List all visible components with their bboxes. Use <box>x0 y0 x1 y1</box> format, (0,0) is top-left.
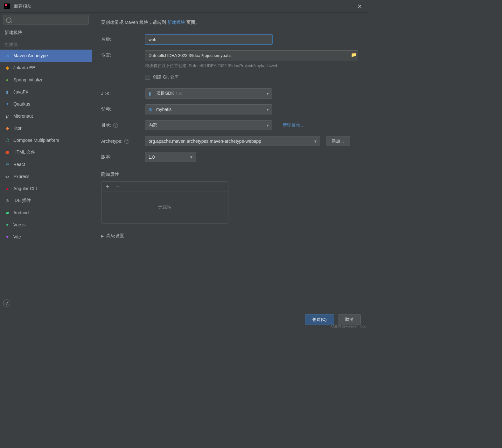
manage-catalogs-link[interactable]: 管理目录… <box>282 122 305 128</box>
content-panel: 要创建常规 Maven 模块，请转到 新建模块 页面。 名称: 位置: 📁 模块… <box>92 13 368 310</box>
jdk-select[interactable]: ▮ 项目SDK 1.8 ▾ <box>145 88 272 99</box>
quarkus-icon: ✦ <box>4 101 10 107</box>
sidebar-item-label: Quarkus <box>13 101 30 107</box>
svg-rect-1 <box>5 4 7 6</box>
sidebar-item-label: Spring Initializr <box>13 77 43 82</box>
sidebar-item-vite[interactable]: ▼ Vite <box>0 231 92 243</box>
app-icon <box>4 3 10 10</box>
spring-icon: ● <box>4 77 10 83</box>
html-icon: ⬣ <box>4 149 10 155</box>
android-icon: ▰ <box>4 210 10 216</box>
additional-props-panel: ＋ － 无属性 <box>101 181 228 224</box>
watermark: CSDN @Forever_food <box>331 324 366 328</box>
sidebar-item-label: Compose Multiplatform <box>13 138 59 143</box>
javafx-icon: ▮ <box>4 89 10 95</box>
sidebar-item-android[interactable]: ▰ Android <box>0 207 92 219</box>
no-attributes-label: 无属性 <box>101 191 228 223</box>
sidebar-item-react[interactable]: ⚛ React <box>0 158 92 170</box>
name-label: 名称: <box>101 37 139 42</box>
svg-rect-2 <box>5 8 7 8</box>
jdk-label: JDK: <box>101 91 139 96</box>
sidebar-item-micronaut[interactable]: μ Micronaut <box>0 110 92 122</box>
location-hint: 模块将在以下位置创建: D:\IntelliJ IDEA 2022.3\Idea… <box>145 63 359 69</box>
m-icon: m <box>149 107 154 112</box>
compose-icon: ⬡ <box>4 137 10 143</box>
version-select[interactable]: 1.0 ▾ <box>145 152 196 162</box>
chevron-down-icon: ▾ <box>267 107 269 112</box>
name-input[interactable] <box>145 34 272 45</box>
sidebar-item-vuejs[interactable]: ▼ Vue.js <box>0 219 92 231</box>
vite-icon: ▼ <box>4 234 10 240</box>
sidebar: 新建模块 生成器 m Maven Archetype ◆ Jakarta EE … <box>0 13 92 310</box>
dialog-footer: 创建(C) 取消 <box>0 310 368 329</box>
sidebar-item-label: Express <box>13 174 30 179</box>
plugin-icon: ⎚ <box>4 198 10 203</box>
sidebar-item-compose-multiplatform[interactable]: ⬡ Compose Multiplatform <box>0 134 92 146</box>
chevron-down-icon: ▾ <box>190 155 192 160</box>
search-input[interactable] <box>3 15 89 25</box>
location-label: 位置: <box>101 52 139 58</box>
sidebar-item-angular-cli[interactable]: ▲ Angular CLI <box>0 183 92 195</box>
remove-property-button[interactable]: － <box>115 183 121 189</box>
help-button[interactable]: ? <box>3 300 10 307</box>
parent-select[interactable]: m mybatis ▾ <box>145 104 272 114</box>
location-input[interactable] <box>145 50 358 60</box>
sidebar-item-label: Maven Archetype <box>13 53 48 58</box>
sidebar-item-express[interactable]: ex Express <box>0 170 92 183</box>
m-icon: m <box>4 53 10 59</box>
sidebar-item-maven-archetype[interactable]: m Maven Archetype <box>0 50 92 62</box>
sidebar-item-label: Ktor <box>13 126 22 131</box>
sidebar-item-html[interactable]: ⬣ HTML 文件 <box>0 146 92 158</box>
additional-props-label: 附加属性 <box>101 172 359 177</box>
sidebar-item-label: Android <box>13 210 29 215</box>
add-archetype-button[interactable]: 添加… <box>326 136 350 146</box>
micronaut-icon: μ <box>4 113 10 119</box>
create-button[interactable]: 创建(C) <box>305 314 334 325</box>
vue-icon: ▼ <box>4 222 10 228</box>
cancel-button[interactable]: 取消 <box>338 314 361 325</box>
sidebar-item-ide-plugin[interactable]: ⎚ IDE 插件 <box>0 195 92 207</box>
git-checkbox[interactable] <box>145 75 150 80</box>
title-bar: 新建模块 ✕ <box>0 0 368 13</box>
close-icon[interactable]: ✕ <box>355 2 365 11</box>
chevron-down-icon: ▾ <box>267 91 269 96</box>
window-title: 新建模块 <box>14 3 355 9</box>
sidebar-item-javafx[interactable]: ▮ JavaFX <box>0 86 92 98</box>
sidebar-item-label: Angular CLI <box>13 186 37 191</box>
react-icon: ⚛ <box>4 162 10 167</box>
git-label: 创建 Git 仓库 <box>153 74 179 80</box>
help-icon[interactable]: ? <box>113 123 118 128</box>
new-module-link[interactable]: 新建模块 <box>167 20 185 25</box>
ktor-icon: ◆ <box>4 125 10 131</box>
sidebar-item-spring-initializr[interactable]: ● Spring Initializr <box>0 74 92 86</box>
browse-folder-icon[interactable]: 📁 <box>351 52 356 57</box>
archetype-label: Archetype: ? <box>101 139 139 144</box>
catalog-label: 目录: ? <box>101 122 139 128</box>
sidebar-item-label: Micronaut <box>13 114 33 119</box>
sidebar-section-generators: 生成器 <box>0 39 92 50</box>
chevron-down-icon: ▾ <box>314 139 317 144</box>
chevron-down-icon: ▾ <box>267 123 269 128</box>
sidebar-item-label: IDE 插件 <box>13 198 31 203</box>
intro-text: 要创建常规 Maven 模块，请转到 新建模块 页面。 <box>101 20 359 25</box>
folder-icon: ▮ <box>149 91 154 96</box>
sidebar-item-ktor[interactable]: ◆ Ktor <box>0 122 92 134</box>
version-label: 版本: <box>101 154 139 160</box>
sidebar-item-label: Jakarta EE <box>13 65 35 70</box>
parent-label: 父项: <box>101 107 139 112</box>
sidebar-item-quarkus[interactable]: ✦ Quarkus <box>0 98 92 110</box>
help-icon[interactable]: ? <box>124 139 129 144</box>
sidebar-item-label: HTML 文件 <box>13 149 35 155</box>
jakarta-icon: ◆ <box>4 65 10 71</box>
add-property-button[interactable]: ＋ <box>105 183 110 189</box>
sidebar-item-label: Vue.js <box>13 222 25 227</box>
sidebar-section-new-module[interactable]: 新建模块 <box>0 27 92 39</box>
sidebar-section-label: 新建模块 <box>4 30 22 36</box>
sidebar-item-label: JavaFX <box>13 89 28 94</box>
catalog-select[interactable]: 内部 ▾ <box>145 120 272 130</box>
sidebar-item-jakarta-ee[interactable]: ◆ Jakarta EE <box>0 62 92 74</box>
advanced-settings-toggle[interactable]: ▶ 高级设置 <box>101 233 359 239</box>
express-icon: ex <box>4 174 10 179</box>
angular-icon: ▲ <box>4 186 10 191</box>
archetype-select[interactable]: org.apache.maven.archetypes:maven-archet… <box>145 136 320 146</box>
